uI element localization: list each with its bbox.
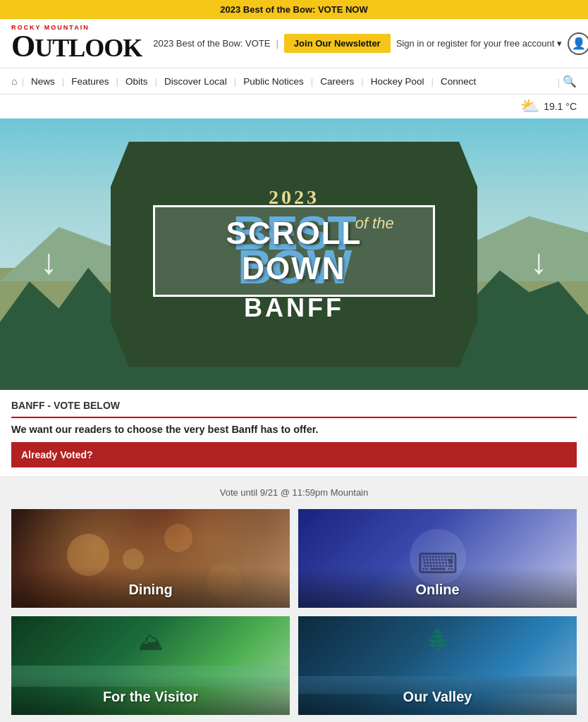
- weather-bar: ⛅ 19.1 °C: [0, 94, 588, 118]
- user-icon-glyph: 👤: [572, 37, 586, 50]
- vote-until-text: Vote until 9/21 @ 11:59pm Mountain: [11, 487, 577, 498]
- scroll-down-overlay: SCROLL DOWN ↓ ↓: [153, 205, 435, 304]
- mountain-icon: ⛰: [138, 627, 164, 656]
- scroll-down-box: SCROLL DOWN: [153, 205, 435, 297]
- category-card-dining[interactable]: Dining: [11, 509, 290, 608]
- nav-item-careers[interactable]: Careers: [313, 76, 361, 87]
- nav-item-discover-local[interactable]: Discover Local: [157, 76, 234, 87]
- vote-subtitle: We want our readers to choose the very b…: [11, 424, 577, 435]
- nav-item-news[interactable]: News: [24, 76, 62, 87]
- vote-container: Vote until 9/21 @ 11:59pm Mountain Dinin…: [0, 476, 588, 722]
- nav-right: | 🔍: [558, 75, 577, 88]
- header-right: 2023 Best of the Bow: VOTE | Join Our Ne…: [153, 32, 588, 55]
- bokeh-4: [123, 549, 144, 570]
- vote-section: BANFF - VOTE BELOW We want our readers t…: [0, 390, 588, 467]
- already-voted-button[interactable]: Already Voted?: [11, 442, 577, 467]
- valley-label: Our Valley: [298, 675, 577, 715]
- nav-item-connect[interactable]: Connect: [434, 76, 483, 87]
- arrow-left-icon: ↓: [40, 241, 58, 282]
- vote-title: BANFF - VOTE BELOW: [11, 390, 577, 418]
- nav-item-features[interactable]: Features: [64, 76, 116, 87]
- bokeh-2: [164, 524, 192, 552]
- logo[interactable]: ROCKY MOUNTAIN OUTLOOK: [11, 25, 142, 62]
- sign-in-link[interactable]: Sign in or register for your free accoun…: [396, 38, 562, 49]
- scroll-down-text: SCROLL DOWN: [176, 216, 412, 286]
- category-card-valley[interactable]: 🌲 Our Valley: [298, 616, 577, 715]
- dining-label: Dining: [11, 568, 290, 608]
- weather-icon: ⛅: [520, 97, 539, 116]
- top-banner-text: 2023 Best of the Bow: VOTE NOW: [220, 4, 367, 15]
- header: ROCKY MOUNTAIN OUTLOOK 2023 Best of the …: [0, 19, 588, 68]
- category-card-visitor[interactable]: ⛰ For the Visitor: [11, 616, 290, 715]
- header-divider: |: [276, 38, 278, 49]
- top-banner[interactable]: 2023 Best of the Bow: VOTE NOW: [0, 0, 588, 19]
- dropdown-arrow: ▾: [557, 38, 562, 49]
- online-label: Online: [298, 568, 577, 608]
- vote-text: 2023 Best of the Bow: VOTE: [153, 38, 270, 49]
- nav-item-public-notices[interactable]: Public Notices: [236, 76, 311, 87]
- logo-outlook: OUTLOOK: [11, 31, 142, 62]
- sign-in-text: Sign in or register for your free accoun…: [396, 38, 555, 49]
- arrow-right-icon: ↓: [530, 241, 548, 282]
- nav-item-hockey-pool[interactable]: Hockey Pool: [364, 76, 431, 87]
- search-icon[interactable]: 🔍: [563, 75, 577, 87]
- nav-home-icon[interactable]: ⌂: [11, 75, 17, 87]
- category-card-online[interactable]: ⌨ Online: [298, 509, 577, 608]
- valley-icon: 🌲: [424, 627, 451, 651]
- user-icon[interactable]: 👤: [568, 32, 588, 55]
- visitor-label: For the Visitor: [11, 675, 290, 715]
- newsletter-button[interactable]: Join Our Newsletter: [284, 34, 391, 53]
- logo-O: O: [11, 29, 35, 63]
- hero-section: 2023 BEST of the BOW BANFF SCROLL DOWN ↓…: [0, 118, 588, 390]
- logo-utlook: UTLOOK: [35, 34, 142, 62]
- category-grid: Dining ⌨ Online ⛰ For the Visitor 🌲: [11, 509, 577, 715]
- weather-temp: 19.1 °C: [544, 101, 577, 112]
- nav-item-obits[interactable]: Obits: [118, 76, 155, 87]
- nav-bar: ⌂ | News | Features | Obits | Discover L…: [0, 68, 588, 94]
